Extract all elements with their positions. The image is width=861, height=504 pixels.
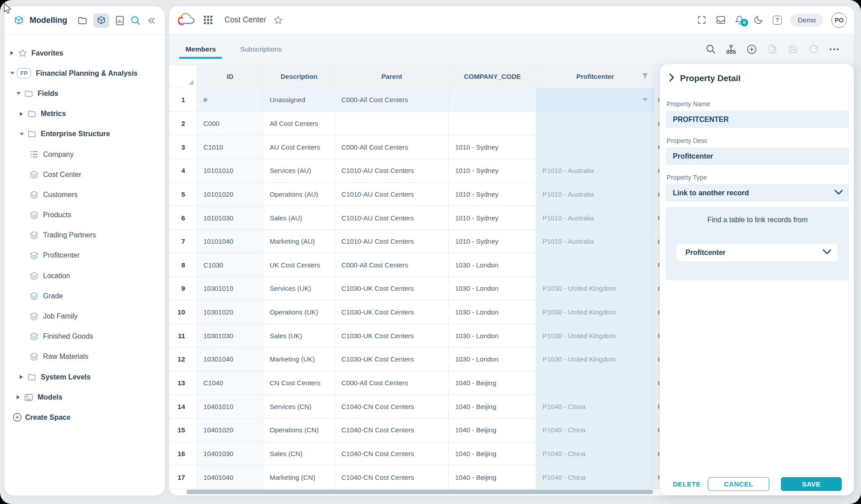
search-table-icon[interactable]: [705, 44, 716, 55]
profitcenter-cell[interactable]: [536, 88, 654, 112]
company-code-cell[interactable]: 1040 - Beijing: [449, 465, 536, 489]
description-cell[interactable]: Services (AU): [263, 159, 335, 183]
profitcenter-cell[interactable]: P1010 - Australia: [536, 183, 654, 207]
collapse-sidebar-icon[interactable]: [147, 17, 155, 24]
row-number-cell[interactable]: 4: [169, 159, 197, 183]
description-cell[interactable]: UK Cost Centers: [263, 253, 335, 277]
company-code-cell[interactable]: 1030 - London: [449, 277, 536, 301]
company-code-cell[interactable]: 1030 - London: [449, 253, 536, 277]
dark-mode-moon-icon[interactable]: [753, 15, 763, 25]
chevron-collapsed-icon[interactable]: [19, 375, 26, 379]
description-cell[interactable]: Sales (AU): [263, 206, 335, 230]
company-code-cell[interactable]: 1040 - Beijing: [449, 371, 536, 395]
demo-badge[interactable]: Demo: [790, 13, 823, 27]
parent-cell[interactable]: C1010-AU Cost Centers: [335, 159, 449, 183]
row-number-cell[interactable]: 8: [169, 253, 197, 277]
sidebar-item-job-family[interactable]: Job Family: [4, 306, 165, 326]
company-code-cell[interactable]: [449, 88, 536, 112]
description-cell[interactable]: Operations (AU): [263, 183, 335, 207]
id-cell[interactable]: 10101030: [197, 206, 263, 230]
company-code-cell[interactable]: 1030 - London: [449, 348, 536, 371]
column-header-profitcenter[interactable]: Profitcenter: [536, 65, 654, 88]
id-cell[interactable]: 10301040: [197, 348, 263, 371]
parent-cell[interactable]: C1040-CN Cost Centers: [335, 395, 449, 418]
parent-cell[interactable]: C1040-CN Cost Centers: [335, 442, 449, 466]
collapse-panel-chevron-icon[interactable]: [669, 73, 675, 84]
id-cell[interactable]: 10401040: [197, 465, 263, 489]
id-cell[interactable]: 10301030: [197, 324, 263, 348]
report-icon[interactable]: [116, 16, 124, 26]
parent-cell[interactable]: C000-All Cost Centers: [335, 88, 449, 112]
more-options-icon[interactable]: [829, 44, 839, 55]
profitcenter-cell[interactable]: P1040 - China: [536, 442, 654, 466]
parent-cell[interactable]: C1010-AU Cost Centers: [335, 230, 449, 254]
id-cell[interactable]: C000: [197, 112, 263, 136]
sidebar-item-customers[interactable]: Customers: [4, 185, 165, 205]
description-cell[interactable]: Marketing (UK): [263, 348, 335, 371]
id-cell[interactable]: C1040: [197, 371, 263, 395]
profitcenter-cell[interactable]: P1040 - China: [536, 418, 654, 442]
column-header-description[interactable]: Description: [263, 65, 335, 88]
id-cell[interactable]: C1010: [197, 135, 263, 159]
row-number-cell[interactable]: 14: [169, 395, 197, 418]
parent-cell[interactable]: C000-All Cost Centers: [335, 135, 449, 159]
parent-cell[interactable]: C1010-AU Cost Centers: [335, 206, 449, 230]
company-code-cell[interactable]: 1030 - London: [449, 324, 536, 348]
id-cell[interactable]: 10401010: [197, 395, 263, 418]
description-cell[interactable]: Unassigned: [263, 88, 335, 112]
description-cell[interactable]: All Cost Centers: [263, 112, 335, 136]
description-cell[interactable]: AU Cost Centers: [263, 135, 335, 159]
row-number-cell[interactable]: 9: [169, 277, 197, 301]
row-number-cell[interactable]: 10: [169, 301, 197, 324]
sidebar-item-favorites[interactable]: Favorites: [4, 43, 165, 63]
profitcenter-cell[interactable]: P1040 - China: [536, 395, 654, 418]
company-code-cell[interactable]: 1040 - Beijing: [449, 418, 536, 442]
property-type-select[interactable]: Link to another record: [666, 184, 849, 202]
profitcenter-cell[interactable]: [536, 112, 654, 136]
parent-cell[interactable]: C1030-UK Cost Centers: [335, 348, 449, 371]
profitcenter-cell[interactable]: P1010 - Australia: [536, 206, 654, 230]
column-header-parent[interactable]: Parent: [335, 65, 449, 88]
profitcenter-cell[interactable]: P1030 - United Kingdom: [536, 277, 654, 301]
tab-subscriptions[interactable]: Subscriptions: [234, 34, 288, 65]
row-number-cell[interactable]: 6: [169, 206, 197, 230]
filter-icon[interactable]: [641, 72, 649, 81]
chevron-expanded-icon[interactable]: [16, 91, 23, 95]
sidebar-item-fields[interactable]: Fields: [4, 83, 165, 103]
row-number-cell[interactable]: 7: [169, 230, 197, 254]
company-code-cell[interactable]: 1040 - Beijing: [449, 395, 536, 418]
sidebar-item-financial-planning-analysis[interactable]: FPFinancial Planning & Analysis: [4, 63, 165, 83]
row-number-cell[interactable]: 11: [169, 324, 197, 348]
sidebar-item-grade[interactable]: Grade: [4, 286, 165, 306]
folder-icon[interactable]: [77, 16, 87, 25]
parent-cell[interactable]: C000-All Cost Centers: [335, 253, 449, 277]
id-cell[interactable]: 10401030: [197, 442, 263, 466]
row-number-cell[interactable]: 3: [169, 135, 197, 159]
parent-cell[interactable]: C000-All Cost Centers: [335, 371, 449, 395]
link-table-select[interactable]: Profitcenter: [676, 244, 838, 261]
sidebar-item-cost-center[interactable]: Cost Center: [4, 164, 165, 185]
parent-cell[interactable]: C1040-CN Cost Centers: [335, 418, 449, 442]
sidebar-item-company[interactable]: Company: [4, 144, 165, 164]
row-number-cell[interactable]: 1: [169, 88, 197, 112]
profitcenter-cell[interactable]: P1030 - United Kingdom: [536, 348, 654, 371]
description-cell[interactable]: Operations (UK): [263, 301, 335, 324]
description-cell[interactable]: Operations (CN): [263, 418, 335, 442]
chevron-collapsed-icon[interactable]: [16, 395, 23, 400]
id-cell[interactable]: 10101010: [197, 159, 263, 183]
avatar[interactable]: PO: [831, 13, 847, 28]
row-number-cell[interactable]: 17: [169, 465, 197, 489]
id-cell[interactable]: #: [197, 88, 263, 112]
fullscreen-icon[interactable]: [697, 15, 707, 25]
description-cell[interactable]: Marketing (AU): [263, 230, 335, 254]
sidebar-item-trading-partners[interactable]: Trading Partners: [4, 225, 165, 246]
inbox-icon[interactable]: [716, 15, 726, 25]
parent-cell[interactable]: C1030-UK Cost Centers: [335, 324, 449, 348]
sidebar-item-products[interactable]: Products: [4, 205, 165, 225]
profitcenter-cell[interactable]: P1040 - China: [536, 465, 654, 489]
sidebar-item-metrics[interactable]: Metrics: [4, 104, 165, 124]
row-number-cell[interactable]: 12: [169, 348, 197, 371]
profitcenter-cell[interactable]: P1030 - United Kingdom: [536, 301, 654, 324]
company-code-cell[interactable]: 1010 - Sydney: [449, 183, 536, 207]
property-name-input[interactable]: PROFITCENTER: [666, 111, 849, 128]
